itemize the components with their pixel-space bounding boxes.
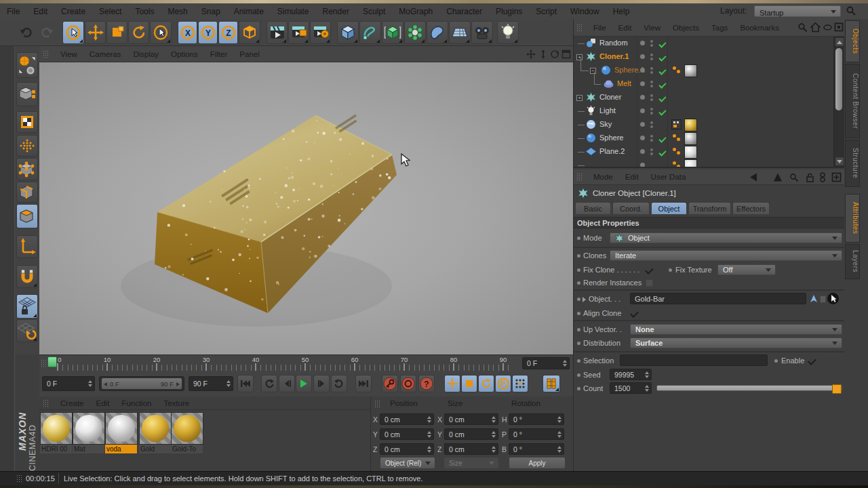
model-mode-button[interactable] — [16, 82, 38, 106]
play-button[interactable] — [296, 375, 312, 392]
distribution-select[interactable]: Surface — [630, 338, 842, 348]
add-environment-button[interactable] — [427, 21, 448, 44]
range-start-spinner[interactable] — [88, 380, 92, 387]
phong-tag[interactable] — [673, 66, 682, 75]
goto-end-button[interactable] — [355, 375, 372, 392]
tab-objects[interactable]: Objects — [845, 20, 860, 62]
menu-window[interactable]: Window — [564, 7, 606, 16]
workplane-mode-button[interactable] — [16, 135, 38, 157]
menu-animate[interactable]: Animate — [227, 7, 271, 16]
material-grip[interactable] — [43, 399, 49, 407]
move-tool[interactable] — [85, 21, 106, 44]
enabled-check[interactable] — [658, 54, 666, 61]
x-axis-lock-button[interactable]: X — [178, 21, 197, 44]
expand-icon[interactable]: + — [576, 54, 583, 60]
keyframe-selection-button[interactable]: ? — [418, 375, 435, 392]
timeline-mode-button[interactable] — [542, 375, 560, 392]
range-start-field[interactable]: 0 F — [42, 376, 95, 391]
om-window-icon[interactable] — [834, 22, 844, 32]
pos-y-field[interactable]: 0 cm — [380, 428, 434, 440]
coords-object-mode-select[interactable]: Object (Rel) — [380, 458, 435, 468]
object-pick-button[interactable] — [827, 293, 839, 304]
vp-menu-display[interactable]: Display — [127, 50, 165, 58]
tree-row-cloner1[interactable]: + Cloner.1 — [574, 50, 833, 64]
rot-h-field[interactable]: 0 ° — [509, 413, 564, 425]
texture-tag[interactable] — [684, 132, 697, 145]
om-search-icon[interactable] — [797, 22, 808, 33]
enabled-check[interactable] — [658, 67, 666, 75]
z-axis-lock-button[interactable]: Z — [218, 21, 238, 44]
tree-row-sky[interactable]: Sky — [574, 118, 833, 131]
playhead[interactable] — [47, 357, 57, 367]
enabled-check[interactable] — [658, 148, 666, 156]
enabled-check[interactable] — [658, 40, 666, 47]
key-scale-button[interactable] — [461, 375, 477, 392]
count-slider[interactable] — [656, 385, 842, 391]
fix-texture-select[interactable]: Off — [717, 264, 776, 275]
up-vector-select[interactable]: None — [630, 324, 842, 335]
tab-coord[interactable]: Coord. — [612, 202, 650, 214]
material-label-voda[interactable]: voda — [105, 445, 137, 453]
prev-frame-button[interactable] — [279, 375, 295, 392]
rotate-view-icon[interactable] — [550, 49, 559, 59]
object-picker-icon[interactable] — [809, 294, 818, 304]
align-clone-checkbox[interactable] — [630, 309, 639, 318]
tab-basic[interactable]: Basic — [575, 202, 611, 214]
attr-newwindow-icon[interactable] — [831, 172, 842, 182]
tab-layers[interactable]: Layers — [845, 244, 860, 279]
key-position-button[interactable] — [444, 375, 460, 392]
apply-button[interactable]: Apply — [509, 458, 565, 468]
add-camera-button[interactable] — [471, 21, 493, 44]
current-frame-field[interactable]: 0 F — [522, 357, 570, 369]
texture-tag[interactable] — [684, 159, 697, 167]
tab-transform[interactable]: Transform — [688, 202, 731, 214]
coords-size-mode-select[interactable]: Size — [444, 458, 498, 468]
key-rotation-button[interactable] — [478, 375, 494, 392]
key-pla-button[interactable] — [512, 375, 528, 392]
texture-mode-button[interactable] — [16, 111, 38, 133]
scroll-up-arrow[interactable] — [835, 37, 844, 47]
attr-grip[interactable] — [576, 173, 583, 181]
expand-icon[interactable]: + — [576, 95, 583, 101]
material-thumb-hdri[interactable] — [40, 412, 73, 445]
axis-mode-button[interactable] — [16, 235, 38, 258]
om-menu-file[interactable]: File — [587, 24, 612, 32]
range-end-field[interactable]: 90 F — [189, 376, 233, 391]
section-object-properties[interactable]: Object Properties — [574, 217, 844, 228]
menu-character[interactable]: Character — [439, 7, 489, 16]
size-y-field[interactable]: 0 cm — [444, 428, 498, 440]
tree-row-plane2[interactable]: Plane.2 — [574, 145, 833, 159]
menu-simulate[interactable]: Simulate — [271, 7, 316, 16]
pan-icon[interactable] — [526, 49, 536, 59]
attr-menu-userdata[interactable]: User Data — [645, 173, 692, 181]
attr-lock-icon[interactable] — [806, 173, 814, 182]
attr-forward-icon[interactable] — [773, 173, 783, 182]
pos-z-field[interactable]: 0 cm — [380, 443, 434, 455]
range-left-arrow[interactable] — [104, 382, 107, 386]
texture-tag[interactable] — [684, 64, 697, 77]
object-expand-arrow[interactable] — [583, 297, 586, 302]
add-generator-button[interactable] — [382, 21, 403, 44]
viewport-grip[interactable] — [43, 50, 49, 58]
compositing-tag[interactable] — [671, 119, 682, 129]
om-menu-tags[interactable]: Tags — [705, 24, 734, 32]
redo-button[interactable] — [37, 21, 56, 44]
tree-row-light[interactable]: Light — [574, 104, 833, 118]
tab-object[interactable]: Object — [651, 202, 687, 214]
vp-menu-view[interactable]: View — [54, 50, 83, 58]
object-menu-arrow[interactable] — [820, 296, 826, 303]
timeline-ruler[interactable]: 0 10 20 30 40 50 60 70 80 90 0 F — [39, 354, 573, 371]
attr-back-icon[interactable] — [749, 173, 758, 182]
rot-b-field[interactable]: 0 ° — [509, 443, 564, 455]
render-view-button[interactable] — [267, 21, 288, 44]
layout-select[interactable]: Startup — [754, 5, 841, 17]
points-mode-button[interactable] — [16, 158, 38, 180]
material-label-mat[interactable]: Mat — [73, 445, 104, 453]
undo-button[interactable] — [16, 21, 36, 44]
mat-menu-texture[interactable]: Texture — [157, 399, 195, 407]
size-z-field[interactable]: 0 cm — [444, 443, 498, 455]
add-floor-button[interactable] — [449, 21, 471, 44]
material-thumb-mat[interactable] — [73, 412, 105, 445]
tab-content-browser[interactable]: Content Browser — [845, 64, 860, 138]
command-search-icon[interactable] — [846, 5, 856, 16]
